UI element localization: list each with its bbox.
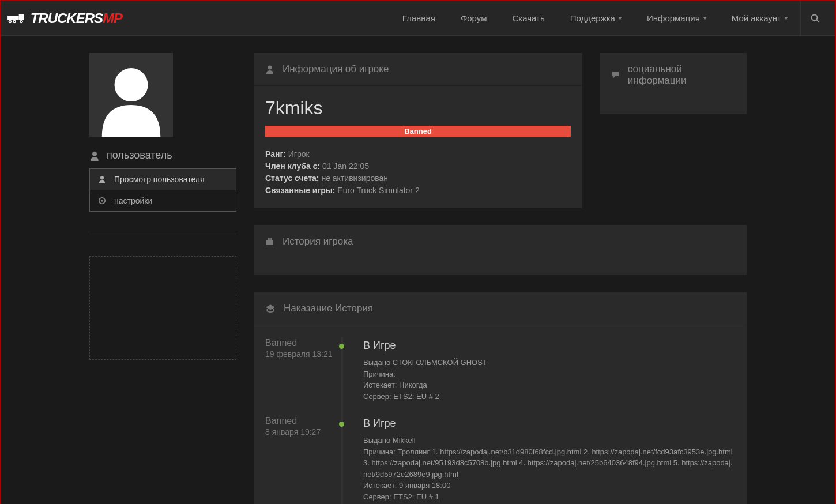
search-icon — [811, 14, 820, 23]
svg-rect-17 — [266, 240, 273, 245]
nav-forum[interactable]: Форум — [448, 1, 500, 36]
user-icon — [98, 175, 106, 183]
nav-info-label: Информация — [647, 13, 700, 23]
social-panel: социальной информации — [600, 53, 747, 114]
nav-support-label: Поддержка — [570, 13, 615, 23]
timeline-entry: Banned 8 января 19:27 В Игре Выдано Mikk… — [265, 409, 735, 504]
svg-point-15 — [101, 200, 103, 202]
svg-rect-18 — [268, 238, 272, 240]
player-info-panel: Информация об игроке 7kmiks Banned Ранг:… — [254, 53, 582, 208]
chevron-down-icon: ▾ — [785, 15, 788, 21]
entry-expires: Истекает: 9 января 18:00 — [363, 480, 735, 491]
user-icon — [265, 65, 274, 74]
timeline-dot-icon — [339, 344, 344, 349]
nav: Главная Форум Скачать Поддержка ▾ Информ… — [390, 1, 829, 36]
panel-title: социальной информации — [628, 63, 735, 86]
entry-server: Сервер: ETS2: EU # 2 — [363, 391, 735, 403]
info-status: Статус счета: не активизирован — [265, 172, 571, 185]
svg-point-7 — [21, 21, 22, 22]
graduation-cap-icon — [265, 303, 276, 314]
entry-expires: Истекает: Никогда — [363, 379, 735, 391]
entry-date: 19 февраля 13:21 — [265, 349, 334, 359]
info-member: Член клуба с: 01 Jan 22:05 — [265, 160, 571, 172]
panel-heading: Информация об игроке — [254, 53, 582, 86]
brand-suffix: MP — [103, 10, 122, 26]
info-games: Связанные игры: Euro Truck Simulator 2 — [265, 185, 571, 197]
panel-title: Информация об игроке — [283, 63, 389, 75]
entry-issued: Выдано Mikkell — [363, 435, 735, 446]
svg-rect-0 — [7, 16, 19, 20]
chevron-down-icon: ▾ — [619, 15, 622, 21]
svg-point-5 — [14, 21, 15, 22]
panel-heading: Наказание История — [254, 292, 747, 325]
entry-date: 8 января 19:27 — [265, 427, 334, 437]
topbar: TRUCKERSMP Главная Форум Скачать Поддерж… — [1, 1, 835, 36]
sidebar-item-label: Просмотр пользователя — [114, 175, 204, 184]
svg-point-16 — [268, 66, 272, 70]
timeline-dot-icon — [339, 422, 344, 427]
timeline-entry: Banned 19 февраля 13:21 В Игре Выдано СТ… — [265, 331, 735, 409]
sidebar-item-view-user[interactable]: Просмотр пользователя — [90, 169, 236, 190]
gear-icon — [98, 197, 106, 205]
entry-reason: Причина: Троллинг 1. https://zapodaj.net… — [363, 446, 735, 480]
svg-rect-1 — [19, 14, 24, 20]
sidebar-item-label: настройки — [114, 196, 152, 205]
entry-server: Сервер: ETS2: EU # 1 — [363, 491, 735, 503]
nav-info[interactable]: Информация ▾ — [634, 1, 719, 36]
history-panel: История игрока — [254, 225, 747, 275]
player-name: 7kmiks — [265, 97, 571, 119]
info-rank: Ранг: Игрок — [265, 148, 571, 160]
nav-download[interactable]: Скачать — [499, 1, 557, 36]
nav-account-label: Мой аккаунт — [732, 13, 781, 23]
nav-home[interactable]: Главная — [390, 1, 448, 36]
search-button[interactable] — [800, 1, 829, 36]
placeholder-box — [89, 256, 236, 360]
svg-point-12 — [92, 151, 97, 156]
panel-title: История игрока — [283, 236, 353, 247]
svg-point-11 — [115, 68, 148, 101]
sidebar-title: пользователь — [107, 149, 172, 161]
brand-name: TRUCKERS — [31, 10, 103, 26]
entry-reason: Причина: — [363, 368, 735, 380]
svg-line-9 — [816, 20, 819, 22]
sidebar-item-settings[interactable]: настройки — [90, 190, 236, 211]
sidebar-menu: Просмотр пользователя настройки — [89, 168, 236, 212]
svg-point-8 — [811, 14, 817, 20]
timeline: Banned 19 февраля 13:21 В Игре Выдано СТ… — [254, 325, 747, 504]
panel-title: Наказание История — [284, 303, 373, 314]
entry-title: В Игре — [363, 416, 735, 431]
banned-badge: Banned — [265, 126, 571, 137]
entry-status: Banned — [265, 416, 334, 426]
comment-icon — [611, 70, 620, 80]
divider — [89, 234, 236, 234]
briefcase-icon — [265, 237, 274, 246]
entry-status: Banned — [265, 338, 334, 348]
svg-point-3 — [9, 21, 10, 22]
punishment-panel: Наказание История Banned 19 февраля 13:2… — [254, 292, 747, 504]
panel-heading: социальной информации — [600, 53, 747, 97]
entry-issued: Выдано СТОКГОЛЬМСКОЙ GHOST — [363, 357, 735, 368]
nav-account[interactable]: Мой аккаунт ▾ — [719, 1, 800, 36]
chevron-down-icon: ▾ — [703, 15, 706, 21]
user-icon — [89, 151, 100, 161]
entry-title: В Игре — [363, 338, 735, 353]
nav-support[interactable]: Поддержка ▾ — [558, 1, 634, 36]
svg-point-13 — [100, 176, 104, 179]
sidebar-heading: пользователь — [89, 149, 236, 161]
logo[interactable]: TRUCKERSMP — [7, 7, 122, 29]
panel-heading: История игрока — [254, 225, 747, 258]
sidebar: пользователь Просмотр пользователя настр… — [89, 53, 236, 504]
avatar — [89, 53, 173, 137]
